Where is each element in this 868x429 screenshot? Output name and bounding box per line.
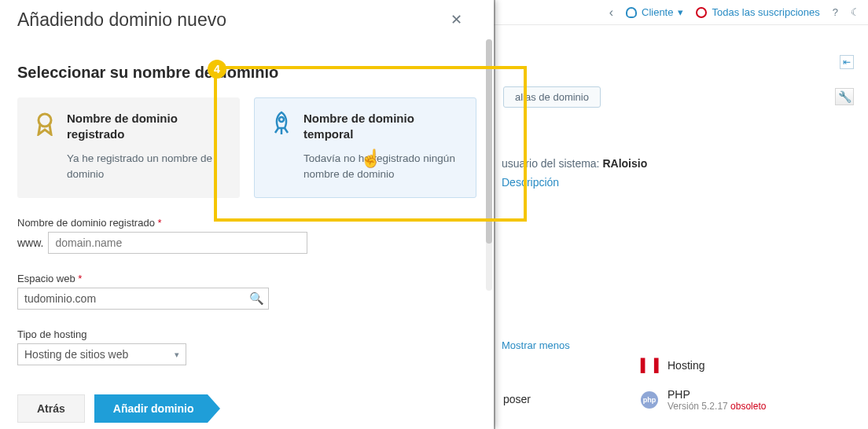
chevron-down-icon: ▾ [175, 350, 179, 360]
card-registered-desc: Ya he registrado un nombre de dominio [32, 151, 225, 182]
badge-icon [32, 111, 57, 136]
search-icon[interactable]: 🔍 [249, 292, 264, 306]
field-registered-domain: Nombre de dominio registrado * www. [17, 217, 476, 254]
description-link[interactable]: Descripción [502, 176, 559, 189]
tutorial-step-badge: 4 [208, 60, 226, 79]
subscriptions-link[interactable]: Todas las suscripciones [696, 6, 819, 18]
back-chevron-icon[interactable]: ‹ [609, 6, 613, 20]
show-less-link[interactable]: Mostrar menos [502, 339, 570, 351]
hosting-type-label: Tipo de hosting [17, 328, 476, 340]
hosting-icon: ▌▐ [641, 357, 658, 374]
tab-domain-alias[interactable]: alias de dominio [503, 86, 601, 108]
night-mode-icon[interactable]: ☾ [851, 6, 860, 18]
subscriptions-label: Todas las suscripciones [712, 6, 819, 18]
webspace-label: Espacio web * [17, 273, 476, 284]
feature-hosting-label: Hosting [668, 359, 704, 372]
user-menu[interactable]: Cliente ▾ [626, 6, 683, 18]
caret-down-icon: ▾ [678, 6, 683, 18]
field-webspace: Espacio web * 🔍 [17, 273, 476, 310]
hosting-type-select[interactable]: Hosting de sitios web ▾ [17, 343, 186, 365]
feature-composer-fragment: poser [503, 393, 531, 405]
svg-point-1 [279, 117, 284, 122]
sidebar-toggle-icon[interactable]: ⇤ [840, 55, 854, 69]
scrollbar[interactable] [486, 39, 492, 291]
www-prefix: www. [17, 236, 43, 249]
feature-column: ▌▐ Hosting php PHP Versión 5.2.17 obsole… [641, 357, 766, 426]
field-hosting-type: Tipo de hosting Hosting de sitios web ▾ [17, 328, 476, 365]
scrollbar-thumb[interactable] [486, 39, 492, 244]
feature-php[interactable]: php PHP Versión 5.2.17 obsoleto [641, 388, 766, 412]
svg-point-0 [39, 114, 51, 126]
php-icon: php [641, 391, 658, 409]
webspace-input[interactable] [17, 288, 269, 310]
card-temporary-desc: Todavía no he registrado ningún nombre d… [269, 151, 462, 182]
tools-button[interactable]: 🔧 [835, 88, 854, 105]
card-temporary-domain[interactable]: Nombre de dominio temporal Todavía no he… [254, 97, 476, 198]
php-obsolete: obsoleto [730, 401, 766, 412]
section-title: Seleccionar su nombre de dominio [17, 64, 476, 82]
modal-footer: Atrás Añadir dominio [17, 394, 208, 423]
domain-name-input[interactable] [48, 232, 307, 254]
system-user-row: usuario del sistema: RAloisio [502, 157, 647, 170]
user-icon [626, 7, 637, 18]
card-temporary-title: Nombre de dominio temporal [303, 111, 462, 141]
system-user-value: RAloisio [602, 157, 647, 170]
rocket-icon [269, 111, 294, 136]
php-version: Versión 5.2.17 [668, 401, 730, 412]
hosting-type-value: Hosting de sitios web [24, 348, 128, 361]
close-icon[interactable]: ✕ [451, 11, 462, 28]
modal-title: Añadiendo dominio nuevo [17, 9, 476, 31]
feature-hosting[interactable]: ▌▐ Hosting [641, 357, 766, 374]
card-registered-domain[interactable]: Nombre de dominio registrado Ya he regis… [17, 97, 240, 198]
add-domain-modal: Añadiendo dominio nuevo ✕ Seleccionar su… [0, 0, 494, 429]
globe-icon [696, 7, 707, 18]
add-domain-button[interactable]: Añadir dominio [94, 394, 208, 423]
registered-domain-label: Nombre de dominio registrado * [17, 217, 476, 229]
wrench-icon: 🔧 [838, 90, 851, 103]
feature-php-label: PHP [668, 388, 690, 401]
back-button[interactable]: Atrás [17, 394, 85, 423]
system-user-prefix: usuario del sistema: [502, 157, 602, 170]
card-registered-title: Nombre de dominio registrado [67, 111, 225, 141]
user-label: Cliente [642, 6, 673, 18]
help-icon[interactable]: ? [833, 6, 838, 18]
